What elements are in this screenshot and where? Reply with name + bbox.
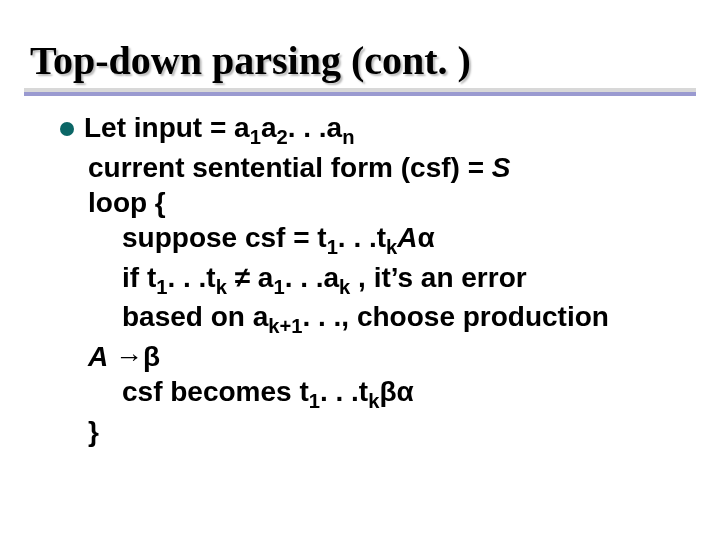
sub-k1: k+1 (268, 315, 302, 337)
sub-k: k (386, 235, 397, 257)
sub-1: 1 (309, 390, 320, 412)
sub-1: 1 (156, 275, 167, 297)
text: . . .t (320, 376, 368, 407)
line-9: } (88, 414, 690, 449)
slide-container: Top-down parsing (cont. ) Let input = a1… (0, 0, 720, 540)
sym-beta: β (143, 341, 160, 372)
text: current sentential form (csf) = (88, 152, 492, 183)
line-5: if t1. . .tk ≠ a1. . .ak , it’s an error (88, 260, 690, 300)
sym-alpha: α (418, 222, 435, 253)
text: . . .t (338, 222, 386, 253)
text: Let input = a (84, 112, 250, 143)
sub-k: k (216, 275, 227, 297)
sym-arrow: → (115, 341, 143, 372)
text: based on a (122, 301, 268, 332)
slide-body: Let input = a1a2. . .an current sententi… (30, 110, 690, 449)
text: a (261, 112, 277, 143)
line-4: suppose csf = t1. . .tkAα (88, 220, 690, 260)
line-6: based on ak+1. . ., choose production (88, 299, 690, 339)
rule-purple (24, 92, 696, 96)
text: suppose csf = t (122, 222, 327, 253)
text: . . ., choose production (302, 301, 608, 332)
text: . . .a (288, 112, 342, 143)
sym-alpha: α (397, 376, 414, 407)
line-3: loop { (88, 185, 690, 220)
sub-k: k (368, 390, 379, 412)
sym-A: A (88, 341, 115, 372)
line-2: current sentential form (csf) = S (88, 150, 690, 185)
text: a (258, 262, 274, 293)
text: . . .t (167, 262, 215, 293)
sym-beta: β (379, 376, 396, 407)
title-underline (24, 88, 696, 96)
text: , it’s an error (350, 262, 526, 293)
sym-S: S (492, 152, 511, 183)
sub-2: 2 (276, 126, 287, 148)
sub-1b: 1 (273, 275, 284, 297)
line-1: Let input = a1a2. . .an (60, 110, 690, 150)
sub-1: 1 (250, 126, 261, 148)
line-8: csf becomes t1. . .tkβα (88, 374, 690, 414)
text: if t (122, 262, 156, 293)
text: . . .a (285, 262, 339, 293)
line-7: A →β (88, 339, 690, 374)
sub-n: n (342, 126, 354, 148)
slide-title: Top-down parsing (cont. ) (30, 40, 690, 82)
sym-A: A (397, 222, 417, 253)
sub-1: 1 (327, 235, 338, 257)
bullet-icon (60, 122, 74, 136)
sub-kb: k (339, 275, 350, 297)
sym-neq: ≠ (227, 262, 258, 293)
text: csf becomes t (122, 376, 309, 407)
